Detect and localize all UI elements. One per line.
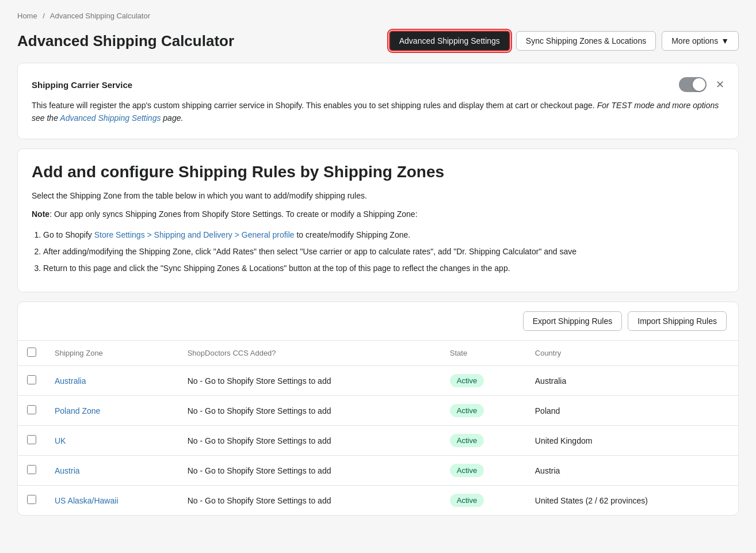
row-country-2: United Kingdom [526,426,738,456]
row-zone-4: US Alaska/Hawaii [45,486,178,516]
step1-text-after: to create/modify Shipping Zone. [296,230,410,239]
page-header: Advanced Shipping Calculator Advanced Sh… [17,30,739,51]
row-country-4: United States (2 / 62 provinces) [526,486,738,516]
table-row: UK No - Go to Shopify Store Settings to … [18,426,738,456]
row-ccs-1: No - Go to Shopify Store Settings to add [178,396,441,426]
col-state: State [441,341,526,366]
dropdown-arrow-icon: ▼ [721,36,729,45]
rules-section-title: Add and configure Shipping Rules by Ship… [32,163,724,181]
header-checkbox-cell [18,341,45,366]
rules-step-3: Return to this page and click the "Sync … [43,261,724,276]
rules-note: Note: Our app only syncs Shipping Zones … [32,208,724,220]
row-state-0: Active [441,366,526,396]
status-badge-0: Active [450,374,484,387]
carrier-description: This feature will register the app's cus… [32,99,724,125]
export-shipping-rules-button[interactable]: Export Shipping Rules [523,311,623,331]
row-checkbox-4[interactable] [27,495,36,504]
row-checkbox-cell [18,366,45,396]
select-all-checkbox[interactable] [27,348,36,357]
col-country: Country [526,341,738,366]
status-badge-1: Active [450,404,484,417]
table-row: Poland Zone No - Go to Shopify Store Set… [18,396,738,426]
row-zone-2: UK [45,426,178,456]
rules-step-2: After adding/modifying the Shipping Zone… [43,245,724,259]
rules-steps-list: Go to Shopify Store Settings > Shipping … [43,228,724,276]
page-title: Advanced Shipping Calculator [17,32,234,50]
row-state-1: Active [441,396,526,426]
breadcrumb-current: Advanced Shipping Calculator [50,12,150,20]
rules-description: Select the Shipping Zone from the table … [32,189,724,202]
more-options-label: More options [671,36,718,45]
row-ccs-4: No - Go to Shopify Store Settings to add [178,486,441,516]
carrier-title: Shipping Carrier Service [32,80,132,90]
breadcrumb-home[interactable]: Home [17,12,37,20]
shipping-table-card: Export Shipping Rules Import Shipping Ru… [17,302,739,516]
row-checkbox-3[interactable] [27,465,36,474]
advanced-shipping-settings-button[interactable]: Advanced Shipping Settings [389,30,510,51]
table-row: Australia No - Go to Shopify Store Setti… [18,366,738,396]
row-state-4: Active [441,486,526,516]
rules-note-label: Note [32,209,49,219]
more-options-button[interactable]: More options ▼ [662,31,739,51]
step1-text-before: Go to Shopify [43,230,92,239]
shipping-zones-table: Shipping Zone ShopDoctors CCS Added? Sta… [18,341,738,515]
carrier-header: Shipping Carrier Service ✕ [32,77,724,92]
breadcrumb: Home / Advanced Shipping Calculator [17,12,739,20]
zone-link-2[interactable]: UK [55,436,66,445]
carrier-desc-plain: This feature will register the app's cus… [32,101,595,110]
status-badge-4: Active [450,494,484,507]
rules-note-text: : Our app only syncs Shipping Zones from… [49,209,417,219]
carrier-settings-link[interactable]: Advanced Shipping Settings [60,113,161,123]
row-zone-1: Poland Zone [45,396,178,426]
row-checkbox-0[interactable] [27,375,36,384]
zone-link-1[interactable]: Poland Zone [55,406,100,415]
row-country-0: Australia [526,366,738,396]
row-checkbox-1[interactable] [27,405,36,414]
rules-step-1: Go to Shopify Store Settings > Shipping … [43,228,724,242]
row-checkbox-2[interactable] [27,435,36,444]
table-head: Shipping Zone ShopDoctors CCS Added? Sta… [18,341,738,366]
shipping-carrier-card: Shipping Carrier Service ✕ This feature … [17,63,739,139]
carrier-desc-end: page. [163,113,183,123]
row-state-3: Active [441,456,526,486]
row-country-1: Poland [526,396,738,426]
row-ccs-0: No - Go to Shopify Store Settings to add [178,366,441,396]
col-shipping-zone: Shipping Zone [45,341,178,366]
row-ccs-3: No - Go to Shopify Store Settings to add [178,456,441,486]
col-ccs-added: ShopDoctors CCS Added? [178,341,441,366]
status-badge-2: Active [450,434,484,447]
carrier-close-button[interactable]: ✕ [716,79,724,90]
row-zone-3: Austria [45,456,178,486]
table-row: Austria No - Go to Shopify Store Setting… [18,456,738,486]
table-toolbar: Export Shipping Rules Import Shipping Ru… [18,302,738,341]
import-shipping-rules-button[interactable]: Import Shipping Rules [628,311,727,331]
header-actions: Advanced Shipping Settings Sync Shipping… [389,30,739,51]
breadcrumb-separator: / [43,12,45,20]
zone-link-0[interactable]: Australia [55,376,86,386]
toggle-close-group: ✕ [679,77,724,92]
step1-link[interactable]: Store Settings > Shipping and Delivery >… [94,230,295,239]
table-body: Australia No - Go to Shopify Store Setti… [18,366,738,516]
sync-shipping-zones-button[interactable]: Sync Shipping Zones & Locations [516,31,656,51]
row-checkbox-cell [18,486,45,516]
table-row: US Alaska/Hawaii No - Go to Shopify Stor… [18,486,738,516]
row-ccs-2: No - Go to Shopify Store Settings to add [178,426,441,456]
shipping-rules-card: Add and configure Shipping Rules by Ship… [17,148,739,292]
zone-link-3[interactable]: Austria [55,466,80,475]
zone-link-4[interactable]: US Alaska/Hawaii [55,496,119,505]
row-state-2: Active [441,426,526,456]
row-checkbox-cell [18,396,45,426]
status-badge-3: Active [450,464,484,477]
carrier-toggle[interactable] [679,77,707,92]
row-zone-0: Australia [45,366,178,396]
row-checkbox-cell [18,456,45,486]
row-country-3: Austria [526,456,738,486]
row-checkbox-cell [18,426,45,456]
